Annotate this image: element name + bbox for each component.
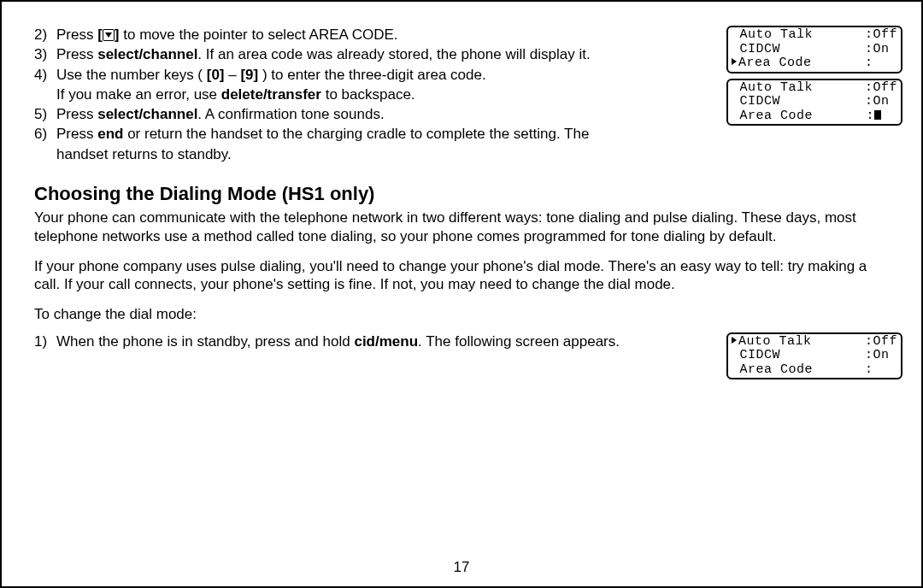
select-channel-key: select/channel	[97, 106, 197, 122]
lcd-value: :Off	[865, 335, 897, 350]
lcd-label: Auto Talk	[732, 81, 813, 96]
step-6-cont: handset returns to standby.	[34, 145, 718, 163]
step-5: 5)Press select/channel. A confirmation t…	[34, 105, 718, 123]
cursor-icon	[874, 110, 881, 120]
change-intro: To change the dial mode:	[34, 305, 902, 323]
text: Auto Talk	[738, 334, 812, 349]
step-4-cont: If you make an error, use delete/transfe…	[34, 85, 718, 103]
step-6: 6)Press end or return the handset to the…	[34, 125, 718, 143]
area-code-steps: 2)Press [] to move the pointer to select…	[34, 26, 726, 165]
lcd-label: CIDCW	[732, 95, 780, 109]
text: Press	[56, 26, 97, 43]
manual-page: 2)Press [] to move the pointer to select…	[0, 0, 923, 588]
cid-menu-key: cid/menu	[354, 333, 418, 350]
down-arrow-icon	[103, 29, 115, 41]
lcd-label: Auto Talk	[732, 335, 812, 350]
delete-transfer-key: delete/transfer	[221, 86, 321, 103]
step-number: 2)	[34, 26, 56, 44]
text: Press	[56, 126, 97, 142]
top-section: 2)Press [] to move the pointer to select…	[34, 26, 902, 165]
step-number: 5)	[34, 105, 56, 123]
step-number: 3)	[34, 45, 56, 63]
lcd-value: :Off	[865, 28, 897, 43]
lcd-value: :On	[865, 349, 897, 363]
step-number: 4)	[34, 66, 56, 84]
text: or return the handset to the charging cr…	[123, 126, 589, 142]
step-4: 4)Use the number keys ( [0] – [9] ) to e…	[34, 66, 718, 84]
lcd-screen-1: Auto Talk:Off CIDCW:On Area Code:	[726, 26, 902, 74]
pointer-icon	[732, 58, 737, 65]
lcd-label: Area Code	[732, 363, 813, 378]
text: . A confirmation tone sounds.	[197, 106, 384, 122]
text: If you make an error, use	[56, 86, 221, 103]
lcd-value: :On	[865, 43, 897, 57]
lcd-value: :On	[865, 95, 897, 109]
lcd-screen-3: Auto Talk:Off CIDCW:On Area Code:	[726, 332, 902, 380]
text: –	[225, 67, 241, 83]
lcd-row: CIDCW:On	[732, 95, 897, 109]
lcd-row: Auto Talk:Off	[732, 335, 897, 350]
text: handset returns to standby.	[56, 146, 232, 162]
dial-mode-step-row: 1)When the phone is in standby, press an…	[34, 332, 902, 385]
lcd-label: Area Code	[732, 109, 813, 124]
section-heading-dial-mode: Choosing the Dialing Mode (HS1 only)	[34, 182, 902, 206]
end-key: end	[97, 126, 123, 142]
step-2: 2)Press [] to move the pointer to select…	[34, 26, 718, 44]
key-9: [9]	[240, 67, 258, 83]
select-channel-key: select/channel	[97, 46, 197, 62]
dial-mode-para-1: Your phone can communicate with the tele…	[34, 209, 902, 245]
text: :	[866, 109, 874, 123]
lcd-row: Area Code:	[732, 109, 897, 124]
lcd-column: Auto Talk:Off CIDCW:On Area Code: Auto T…	[726, 26, 902, 131]
dial-mode-step-1: 1)When the phone is in standby, press an…	[34, 332, 726, 350]
lcd-row: Area Code:	[732, 363, 897, 378]
text: Press	[56, 106, 97, 122]
lcd-value: :Off	[865, 81, 897, 96]
lcd-label: CIDCW	[732, 43, 780, 57]
key-0: [0]	[207, 67, 225, 83]
lcd-label: CIDCW	[732, 349, 780, 363]
page-number: 17	[2, 558, 921, 576]
text: Area Code	[738, 56, 812, 70]
step-number: 1)	[34, 332, 56, 350]
text: Use the number keys (	[56, 67, 207, 83]
text: . The following screen appears.	[418, 333, 620, 350]
lcd-value: :	[865, 56, 897, 71]
step-3: 3)Press select/channel. If an area code …	[34, 45, 718, 63]
text: to backspace.	[321, 86, 415, 103]
lcd-label: Area Code	[732, 56, 812, 71]
text: . If an area code was already stored, th…	[197, 46, 590, 62]
lcd-value: :	[866, 109, 897, 124]
lcd-value: :	[865, 363, 897, 378]
text: ) to enter the three-digit area code.	[258, 67, 486, 83]
lcd-row: CIDCW:On	[732, 43, 897, 57]
pointer-icon	[732, 337, 737, 344]
text: Press	[56, 46, 97, 62]
text: to move the pointer to select AREA CODE.	[120, 26, 398, 43]
lcd-row: Auto Talk:Off	[732, 28, 897, 43]
text: When the phone is in standby, press and …	[56, 333, 354, 350]
step-number: 6)	[34, 125, 56, 143]
lcd-screen-2: Auto Talk:Off CIDCW:On Area Code:	[726, 79, 902, 126]
lcd-row: Auto Talk:Off	[732, 81, 897, 96]
lcd-row: Area Code:	[732, 56, 897, 71]
down-key: []	[97, 26, 119, 43]
lcd-column-2: Auto Talk:Off CIDCW:On Area Code:	[726, 332, 902, 385]
lcd-row: CIDCW:On	[732, 349, 897, 363]
lcd-label: Auto Talk	[732, 28, 813, 43]
dial-mode-para-2: If your phone company uses pulse dialing…	[34, 257, 902, 294]
